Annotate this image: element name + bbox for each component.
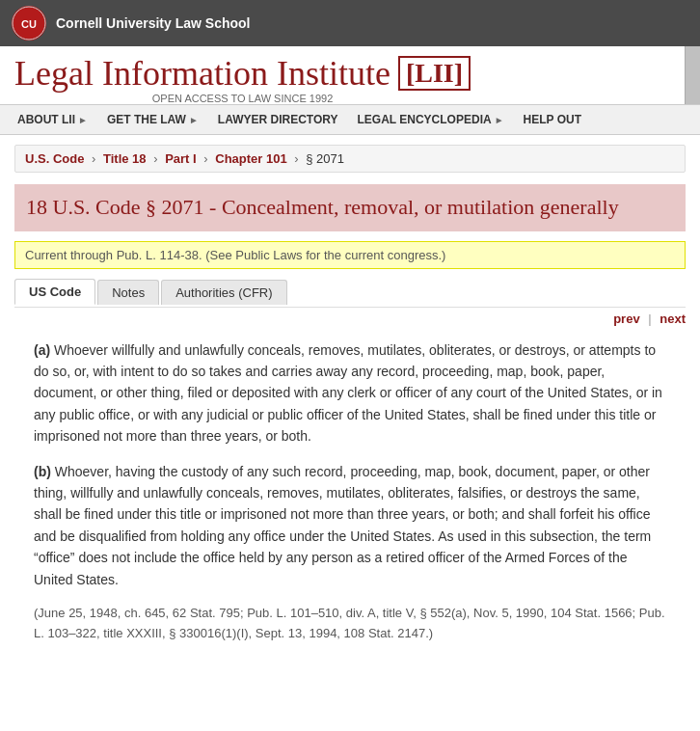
prev-next-bar: prev | next (14, 307, 686, 330)
page-title: 18 U.S. Code § 2071 - Concealment, remov… (14, 184, 686, 231)
breadcrumb-sep-2: › (153, 151, 157, 166)
breadcrumb: U.S. Code › Title 18 › Part I › Chapter … (14, 145, 686, 173)
prev-next-separator: | (648, 311, 651, 326)
nav-get-the-law[interactable]: GET THE LAW ► (97, 105, 208, 134)
lii-logo-wrap: Legal Information Institute [LII] OPEN A… (14, 56, 471, 104)
para-b-text: Whoever, having the custody of any such … (34, 464, 651, 587)
tab-notes[interactable]: Notes (97, 280, 159, 305)
nav-legal-encyclopedia[interactable]: LEGAL ENCYCLOPEDIA ► (348, 105, 514, 134)
notice-bar: Current through Pub. L. 114-38. (See Pub… (14, 241, 686, 269)
paragraph-b: (b) Whoever, having the custody of any s… (34, 461, 666, 590)
lii-bracket-logo: [LII] (398, 56, 471, 91)
para-a-label: (a) (34, 342, 50, 358)
para-b-label: (b) (34, 464, 51, 479)
nav-help-out[interactable]: HELP OUT (514, 105, 591, 134)
cornell-seal: CU (12, 6, 46, 41)
get-the-law-arrow: ► (189, 115, 199, 125)
tab-uscode[interactable]: US Code (14, 279, 95, 305)
cornell-name: Cornell University Law School (56, 15, 251, 31)
lii-logo-text[interactable]: Legal Information Institute (14, 56, 390, 91)
paragraph-a: (a) Whoever willfully and unlawfully con… (34, 339, 666, 447)
about-lii-arrow: ► (78, 115, 88, 125)
notice-text: Current through Pub. L. 114-38. (See Pub… (25, 248, 445, 262)
nav-about-lii[interactable]: ABOUT LII ► (8, 105, 97, 134)
next-link[interactable]: next (660, 311, 686, 326)
lii-tagline: OPEN ACCESS TO LAW SINCE 1992 (14, 93, 471, 104)
svg-text:CU: CU (21, 18, 37, 30)
nav-bar: ABOUT LII ► GET THE LAW ► LAWYER DIRECTO… (0, 105, 700, 135)
breadcrumb-sep-3: › (203, 151, 207, 166)
prev-link[interactable]: prev (613, 311, 639, 326)
content-area: U.S. Code › Title 18 › Part I › Chapter … (0, 135, 700, 676)
breadcrumb-part1[interactable]: Part I (165, 151, 197, 166)
para-a-text: Whoever willfully and unlawfully conceal… (34, 342, 662, 445)
citations: (June 25, 1948, ch. 645, 62 Stat. 795; P… (34, 604, 666, 644)
breadcrumb-chapter101[interactable]: Chapter 101 (215, 151, 286, 166)
breadcrumb-uscode[interactable]: U.S. Code (25, 151, 84, 166)
breadcrumb-sep-1: › (92, 151, 95, 166)
breadcrumb-sep-4: › (294, 151, 298, 166)
tabs-row: US Code Notes Authorities (CFR) (14, 279, 686, 305)
lii-header: Legal Information Institute [LII] OPEN A… (0, 46, 700, 105)
nav-lawyer-directory[interactable]: LAWYER DIRECTORY (208, 105, 348, 134)
legal-encyclopedia-arrow: ► (495, 115, 504, 125)
law-body: (a) Whoever willfully and unlawfully con… (14, 330, 686, 667)
tab-authorities[interactable]: Authorities (CFR) (161, 280, 286, 305)
breadcrumb-title18[interactable]: Title 18 (103, 151, 147, 166)
breadcrumb-section: § 2071 (306, 151, 344, 166)
scroll-bar[interactable] (685, 46, 700, 104)
cornell-bar: CU Cornell University Law School (0, 0, 700, 46)
